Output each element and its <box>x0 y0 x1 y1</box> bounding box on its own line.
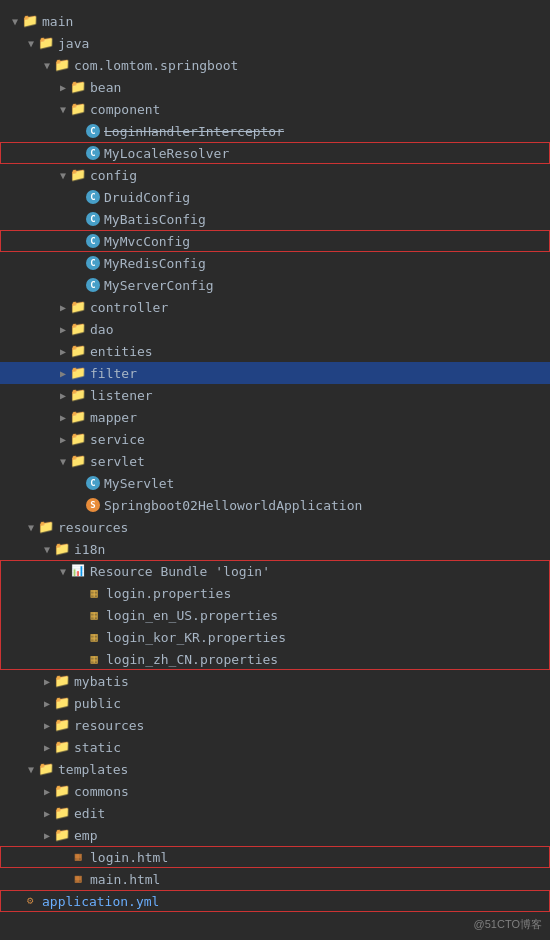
tree-item[interactable]: 📁 resources <box>0 714 550 736</box>
tree-item[interactable]: 📁 java <box>0 32 550 54</box>
folder-icon: 📁 <box>70 343 86 359</box>
item-label: application.yml <box>42 894 159 909</box>
arrow-open <box>24 38 38 49</box>
tree-item[interactable]: 📁 controller <box>0 296 550 318</box>
item-label: bean <box>90 80 121 95</box>
item-label: Resource Bundle 'login' <box>90 564 270 579</box>
bundle-icon: 📊 <box>70 563 86 579</box>
item-label: MyMvcConfig <box>104 234 190 249</box>
props-icon: ▦ <box>86 585 102 601</box>
arrow-open <box>56 170 70 181</box>
tree-item[interactable]: 📊 Resource Bundle 'login' <box>0 560 550 582</box>
tree-item[interactable]: 📁 public <box>0 692 550 714</box>
tree-item[interactable]: ▶ C MyMvcConfig <box>0 230 550 252</box>
tree-item[interactable]: ▶ C MyServlet <box>0 472 550 494</box>
tree-item[interactable]: 📁 resources <box>0 516 550 538</box>
props-icon: ▦ <box>86 607 102 623</box>
tree-item[interactable]: ▶ ▦ login.html <box>0 846 550 868</box>
arrow-closed <box>40 830 54 841</box>
html-icon: ▦ <box>70 849 86 865</box>
tree-item[interactable]: ▶ ▦ main.html <box>0 868 550 890</box>
tree-item[interactable]: 📁 templates <box>0 758 550 780</box>
tree-item[interactable]: 📁 com.lomtom.springboot <box>0 54 550 76</box>
item-label: java <box>58 36 89 51</box>
tree-item[interactable]: 📁 bean <box>0 76 550 98</box>
tree-item[interactable]: ▶ S Springboot02HelloworldApplication <box>0 494 550 516</box>
item-label: component <box>90 102 160 117</box>
yml-icon: ⚙ <box>22 893 38 909</box>
item-label: resources <box>58 520 128 535</box>
folder-icon: 📁 <box>22 13 38 29</box>
tree-item[interactable]: ▶ C MyBatisConfig <box>0 208 550 230</box>
props-icon: ▦ <box>86 629 102 645</box>
tree-item[interactable]: 📁 emp <box>0 824 550 846</box>
class-icon: C <box>86 256 100 270</box>
tree-item[interactable]: ▶ ▦ login_kor_KR.properties <box>0 626 550 648</box>
item-label: MyServerConfig <box>104 278 214 293</box>
item-label: i18n <box>74 542 105 557</box>
item-label: emp <box>74 828 97 843</box>
tree-item[interactable]: 📁 filter <box>0 362 550 384</box>
folder-icon: 📁 <box>70 365 86 381</box>
arrow-open <box>24 522 38 533</box>
tree-item[interactable]: 📁 servlet <box>0 450 550 472</box>
item-label: main.html <box>90 872 160 887</box>
watermark: @51CTO博客 <box>474 917 542 932</box>
arrow-closed <box>56 368 70 379</box>
folder-icon: 📁 <box>54 541 70 557</box>
tree-item[interactable]: 📁 listener <box>0 384 550 406</box>
tree-item[interactable]: 📁 mybatis <box>0 670 550 692</box>
tree-item[interactable]: 📁 dao <box>0 318 550 340</box>
tree-item[interactable]: 📁 i18n <box>0 538 550 560</box>
arrow-closed <box>40 786 54 797</box>
arrow-open <box>8 16 22 27</box>
arrow-closed <box>56 302 70 313</box>
tree-item[interactable]: ▶ C DruidConfig <box>0 186 550 208</box>
class-icon: C <box>86 234 100 248</box>
class-icon: C <box>86 146 100 160</box>
tree-item[interactable]: 📁 service <box>0 428 550 450</box>
servlet-icon: S <box>86 498 100 512</box>
tree-item[interactable]: 📁 component <box>0 98 550 120</box>
tree-item[interactable]: 📁 commons <box>0 780 550 802</box>
tree-item[interactable]: ▶ ▦ login.properties <box>0 582 550 604</box>
class-icon: C <box>86 278 100 292</box>
item-label: public <box>74 696 121 711</box>
item-label: com.lomtom.springboot <box>74 58 238 73</box>
tree-item[interactable]: 📁 entities <box>0 340 550 362</box>
arrow-open <box>56 456 70 467</box>
tree-item[interactable]: ▶ ⚙ application.yml <box>0 890 550 912</box>
tree-item[interactable]: 📁 main <box>0 10 550 32</box>
item-label: entities <box>90 344 153 359</box>
arrow-closed <box>56 324 70 335</box>
highlighted-item: ▶ C MyLocaleResolver <box>0 142 550 164</box>
item-label: static <box>74 740 121 755</box>
tree-item[interactable]: ▶ C LoginHandlerInterceptor <box>0 120 550 142</box>
arrow-closed <box>56 82 70 93</box>
tree-item[interactable]: ▶ ▦ login_en_US.properties <box>0 604 550 626</box>
item-label: templates <box>58 762 128 777</box>
tree-item[interactable]: 📁 config <box>0 164 550 186</box>
tree-item[interactable]: 📁 edit <box>0 802 550 824</box>
item-label: edit <box>74 806 105 821</box>
item-label: listener <box>90 388 153 403</box>
tree-item[interactable]: ▶ C MyRedisConfig <box>0 252 550 274</box>
arrow-closed <box>56 390 70 401</box>
tree-item[interactable]: 📁 static <box>0 736 550 758</box>
tree-item[interactable]: ▶ ▦ login_zh_CN.properties <box>0 648 550 670</box>
item-label: login.properties <box>106 586 231 601</box>
item-label: login.html <box>90 850 168 865</box>
item-label: DruidConfig <box>104 190 190 205</box>
tree-item[interactable]: ▶ C MyLocaleResolver <box>0 142 550 164</box>
folder-icon: 📁 <box>54 739 70 755</box>
highlighted-item: ▶ ⚙ application.yml <box>0 890 550 912</box>
item-label: filter <box>90 366 137 381</box>
tree-item[interactable]: 📁 mapper <box>0 406 550 428</box>
item-label: login_kor_KR.properties <box>106 630 286 645</box>
folder-icon: 📁 <box>70 409 86 425</box>
arrow-closed <box>56 412 70 423</box>
item-label: service <box>90 432 145 447</box>
item-label: Springboot02HelloworldApplication <box>104 498 362 513</box>
folder-icon: 📁 <box>54 717 70 733</box>
tree-item[interactable]: ▶ C MyServerConfig <box>0 274 550 296</box>
